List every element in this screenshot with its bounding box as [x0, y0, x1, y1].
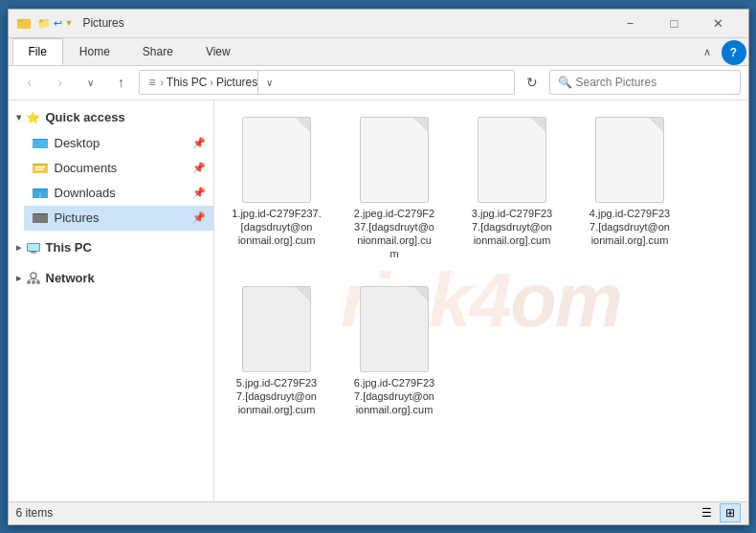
tab-view[interactable]: View [189, 38, 247, 65]
path-chevron-2: › [211, 78, 213, 88]
address-bar: ‹ › ∨ ↑ ≡ › This PC › Pictures ∨ ↻ 🔍 [9, 66, 748, 100]
sidebar-item-downloads[interactable]: ↓ Downloads 📌 [24, 181, 213, 206]
sidebar-section-network[interactable]: ▸ Network [9, 265, 213, 292]
file-name: 4.jpg.id-C279F237.[dagsdruyt@onionmail.o… [589, 207, 670, 248]
quick-access-icons: 📁 ↩ ▼ [37, 17, 74, 30]
svg-line-21 [29, 278, 33, 280]
recent-locations-button[interactable]: ∨ [78, 70, 104, 95]
sidebar: ▾ ⭐ Quick access Desktop 📌 Document [9, 100, 214, 501]
window-title: Pictures [82, 16, 123, 30]
svg-rect-16 [31, 252, 36, 254]
file-page-corner [295, 287, 310, 302]
file-name: 5.jpg.id-C279F237.[dagsdruyt@onionmail.o… [236, 376, 317, 417]
tab-home[interactable]: Home [63, 38, 126, 65]
file-item[interactable]: 2.jpeg.id-C279F237.[dagsdruyt@onionmail.… [340, 108, 450, 270]
forward-button[interactable]: › [47, 70, 74, 95]
file-thumbnail [478, 117, 546, 203]
file-page-corner [295, 118, 310, 133]
explorer-window: 📁 ↩ ▼ Pictures − □ ✕ File Home Share Vie… [8, 9, 749, 525]
status-bar: 6 items ☰ ⊞ [9, 501, 748, 524]
file-item[interactable]: 5.jpg.id-C279F237.[dagsdruyt@onionmail.o… [222, 278, 332, 426]
list-view-button[interactable]: ☰ [697, 503, 718, 522]
pictures-pin-icon: 📌 [192, 211, 206, 224]
ribbon: File Home Share View ∧ ? [9, 38, 748, 66]
file-item[interactable]: 3.jpg.id-C279F237.[dagsdruyt@onionmail.o… [457, 108, 567, 270]
title-bar: 📁 ↩ ▼ Pictures − □ ✕ [9, 10, 748, 38]
view-buttons: ☰ ⊞ [697, 503, 741, 522]
svg-rect-7 [35, 167, 45, 168]
svg-rect-15 [28, 244, 39, 251]
tab-file[interactable]: File [12, 38, 63, 65]
file-name: 1.jpg.id-C279F237.[dagsdruyt@onionmail.o… [232, 207, 322, 248]
title-controls: − □ ✕ [609, 9, 741, 37]
documents-pin-icon: 📌 [192, 162, 206, 174]
file-page-corner [412, 118, 428, 133]
downloads-icon: ↓ [32, 185, 49, 202]
svg-point-20 [36, 280, 40, 284]
file-page-corner [412, 287, 428, 302]
svg-point-18 [27, 280, 31, 284]
folder-icon [16, 15, 32, 31]
help-button[interactable]: ? [722, 40, 746, 65]
address-path[interactable]: ≡ › This PC › Pictures ∨ [139, 70, 515, 95]
file-name: 6.jpg.id-C279F237.[dagsdruyt@onionmail.o… [354, 376, 434, 417]
search-box[interactable]: 🔍 [549, 70, 741, 95]
this-pc-label: This PC [46, 240, 92, 255]
maximize-button[interactable]: □ [653, 9, 697, 37]
address-dropdown[interactable]: ∨ [257, 70, 280, 95]
file-item[interactable]: 1.jpg.id-C279F237.[dagsdruyt@onionmail.o… [222, 108, 332, 270]
quick-access-label: Quick access [46, 110, 125, 124]
sidebar-item-pictures[interactable]: Pictures 📌 [24, 206, 213, 231]
close-button[interactable]: ✕ [697, 9, 741, 37]
file-page-corner [648, 118, 663, 133]
path-pictures[interactable]: Pictures [216, 76, 257, 89]
svg-rect-2 [17, 19, 23, 22]
downloads-label: Downloads [55, 186, 116, 200]
svg-rect-4 [33, 140, 48, 148]
svg-text:↓: ↓ [37, 189, 42, 199]
expand-ribbon-button[interactable]: ∧ [693, 40, 722, 65]
ribbon-tabs: File Home Share View ∧ ? [9, 38, 748, 65]
file-thumbnail [360, 286, 429, 372]
path-this-pc[interactable]: This PC [167, 76, 208, 89]
file-page-corner [530, 118, 545, 133]
file-item[interactable]: 4.jpg.id-C279F237.[dagsdruyt@onionmail.o… [575, 108, 685, 270]
svg-rect-8 [35, 168, 43, 170]
pictures-label: Pictures [55, 211, 100, 225]
file-page-icon [478, 117, 546, 203]
ribbon-expand: ∧ ? [693, 40, 748, 65]
sidebar-item-desktop[interactable]: Desktop 📌 [24, 131, 213, 156]
sidebar-item-documents[interactable]: Documents 📌 [24, 156, 213, 181]
desktop-pin-icon: 📌 [192, 137, 206, 149]
refresh-button[interactable]: ↻ [519, 70, 545, 95]
file-thumbnail [360, 117, 429, 203]
files-grid: 1.jpg.id-C279F237.[dagsdruyt@onionmail.o… [222, 108, 741, 426]
tab-share[interactable]: Share [126, 38, 189, 65]
computer-icon [25, 239, 42, 256]
sidebar-section-this-pc[interactable]: ▸ This PC [9, 234, 213, 261]
path-chevron: › [161, 78, 164, 88]
network-label: Network [46, 271, 95, 285]
up-button[interactable]: ↑ [108, 70, 135, 95]
minimize-button[interactable]: − [609, 9, 653, 37]
sidebar-section-quick-access[interactable]: ▾ ⭐ Quick access [9, 104, 213, 131]
sidebar-quick-access-children: Desktop 📌 Documents 📌 ↓ Downloads 📌 [9, 131, 213, 231]
svg-point-19 [32, 280, 35, 284]
path-separator: ≡ [149, 76, 156, 89]
file-name: 3.jpg.id-C279F237.[dagsdruyt@onionmail.o… [472, 207, 552, 248]
file-thumbnail [242, 117, 311, 203]
documents-label: Documents [55, 161, 118, 175]
file-page-icon [595, 117, 664, 203]
file-thumbnail [242, 286, 311, 372]
search-input[interactable] [576, 76, 732, 89]
search-icon: 🔍 [558, 76, 572, 89]
downloads-pin-icon: 📌 [192, 187, 206, 199]
documents-icon [32, 160, 49, 177]
grid-view-button[interactable]: ⊞ [720, 503, 741, 522]
desktop-folder-icon [32, 135, 49, 152]
star-icon: ⭐ [25, 109, 42, 126]
svg-rect-13 [33, 214, 48, 223]
file-item[interactable]: 6.jpg.id-C279F237.[dagsdruyt@onionmail.o… [340, 278, 450, 426]
back-button[interactable]: ‹ [16, 70, 43, 95]
status-count: 6 items [16, 506, 54, 520]
